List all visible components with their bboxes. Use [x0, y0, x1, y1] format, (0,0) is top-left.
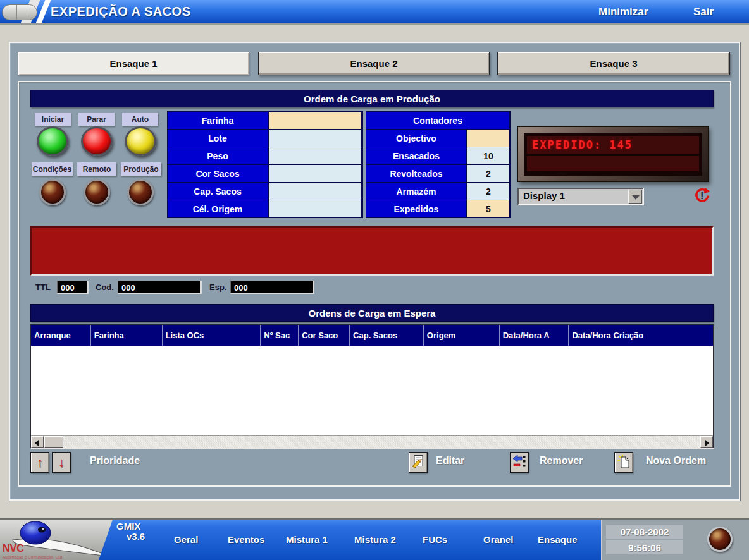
- up-arrow-icon: ↑: [37, 456, 44, 469]
- cel-origem-field[interactable]: [269, 200, 361, 217]
- nav-mistura-2[interactable]: Mistura 2: [354, 534, 396, 545]
- scroll-right-button[interactable]: [700, 436, 713, 448]
- start-button[interactable]: [37, 126, 68, 156]
- minimize-button[interactable]: Minimizar: [598, 6, 648, 18]
- tab-ensaque-1[interactable]: Ensaque 1: [18, 52, 249, 75]
- waiting-orders-table[interactable]: Arranque Farinha Lista OCs Nº Sac Cor Sa…: [30, 324, 714, 448]
- svg-text:!: !: [700, 190, 703, 201]
- conditions-lamp: [39, 179, 66, 205]
- ttl-label: TTL: [35, 283, 51, 292]
- armazem-value: 2: [467, 183, 509, 200]
- col-data-hora-criacao[interactable]: Data/Hora Criação: [569, 325, 713, 346]
- counters-title: Contadores: [366, 112, 509, 129]
- cap-sacos-field[interactable]: [269, 183, 361, 200]
- col-lista-ocs[interactable]: Lista OCs: [163, 325, 261, 346]
- cod-field[interactable]: 000: [118, 281, 202, 294]
- horizontal-scrollbar[interactable]: [31, 435, 713, 448]
- lote-field[interactable]: [269, 130, 361, 147]
- tab-label: Ensaque 3: [590, 58, 637, 69]
- tab-ensaque-3[interactable]: Ensaque 3: [497, 52, 730, 75]
- auto-button[interactable]: [125, 126, 156, 156]
- counter-label: Objectivo: [366, 130, 466, 147]
- nvc-swoosh-logo: [0, 520, 118, 560]
- field-label: Farinha: [168, 112, 268, 129]
- scroll-left-button[interactable]: [31, 436, 44, 448]
- alarm-message-area: [30, 226, 714, 276]
- col-data-hora-arranque[interactable]: Data/Hora A: [500, 325, 569, 346]
- new-order-label: Nova Ordem: [646, 455, 706, 466]
- display-select[interactable]: Display 1: [517, 188, 644, 205]
- remove-button[interactable]: [510, 452, 529, 473]
- production-lamp: [127, 179, 154, 205]
- led-line-2: [527, 156, 699, 171]
- counter-row: Armazém 2: [366, 183, 511, 200]
- remove-icon: [512, 454, 526, 471]
- bottom-nav-bar: NVC Automação e Comunicação, Lda GMIX v3…: [0, 518, 749, 560]
- field-label: Cap. Sacos: [168, 183, 268, 200]
- counter-row: Revolteados 2: [366, 165, 511, 182]
- nav-ensaque[interactable]: Ensaque: [538, 534, 578, 545]
- form-row: Farinha: [168, 112, 362, 129]
- nav-eventos[interactable]: Eventos: [228, 534, 264, 545]
- app-version: v3.6: [116, 532, 145, 542]
- nav-geral[interactable]: Geral: [174, 534, 198, 545]
- refresh-alert-icon[interactable]: !: [693, 186, 711, 204]
- system-menu-icon[interactable]: [2, 4, 37, 20]
- col-n-sacos[interactable]: Nº Sac: [261, 325, 299, 346]
- counter-label: Revolteados: [366, 165, 466, 182]
- stop-button[interactable]: [81, 126, 113, 156]
- col-cor-sacos[interactable]: Cor Saco: [299, 325, 350, 346]
- footer-logo-area: NVC Automação e Comunicação, Lda: [0, 520, 120, 560]
- counters-header-row: Contadores: [366, 112, 511, 129]
- priority-down-button[interactable]: ↓: [52, 452, 71, 473]
- form-row: Peso: [168, 147, 362, 164]
- revolteados-value: 2: [467, 165, 509, 182]
- field-label: Cor Sacos: [168, 165, 268, 182]
- waiting-orders-section-header: Ordens de Carga em Espera: [30, 304, 714, 322]
- col-farinha[interactable]: Farinha: [91, 325, 163, 346]
- form-row: Cél. Origem: [168, 200, 362, 217]
- priority-up-button[interactable]: ↑: [30, 452, 49, 473]
- col-arranque[interactable]: Arranque: [31, 325, 91, 346]
- tab-ensaque-2[interactable]: Ensaque 2: [258, 52, 490, 75]
- ttl-field[interactable]: 000: [57, 281, 89, 294]
- production-form: Farinha Lote Peso Cor Sacos Cap. Sacos C…: [167, 111, 363, 218]
- peso-field[interactable]: [269, 147, 361, 164]
- nav-granel[interactable]: Granel: [483, 534, 514, 545]
- nvc-logo-text: NVC: [3, 545, 24, 552]
- edit-label: Editar: [436, 455, 464, 466]
- counter-label: Armazém: [366, 183, 466, 200]
- production-label: Produção: [121, 162, 161, 176]
- expedidos-value: 5: [467, 200, 509, 217]
- scrollbar-thumb[interactable]: [44, 436, 63, 448]
- scroll-right-icon: [705, 440, 709, 446]
- remote-label: Remoto: [77, 162, 116, 176]
- led-screen: EXPEDIDO: 145: [524, 133, 702, 176]
- cor-sacos-field[interactable]: [269, 165, 361, 182]
- table-body[interactable]: [31, 346, 713, 435]
- counter-row: Ensacados 10: [366, 147, 511, 164]
- new-order-button[interactable]: [614, 452, 633, 473]
- esp-field[interactable]: 000: [230, 281, 314, 294]
- led-text: EXPEDIDO: 145: [527, 136, 699, 154]
- date-display: 07-08-2002: [606, 525, 683, 539]
- cod-label: Cod.: [96, 283, 114, 292]
- edit-button[interactable]: [409, 452, 428, 473]
- start-label: Iniciar: [35, 113, 71, 126]
- display-select-dropdown-button[interactable]: [628, 190, 642, 204]
- edit-icon: [411, 454, 425, 471]
- led-display: EXPEDIDO: 145: [517, 126, 709, 182]
- conditions-label: Condições: [32, 162, 73, 176]
- col-origem[interactable]: Origem: [424, 325, 500, 346]
- objectivo-value[interactable]: [467, 130, 509, 147]
- nav-fucs[interactable]: FUCs: [423, 534, 447, 545]
- ensacados-value: 10: [467, 147, 509, 164]
- exit-button[interactable]: Sair: [693, 6, 714, 18]
- nav-mistura-1[interactable]: Mistura 1: [286, 534, 328, 545]
- footer-status-area: 07-08-2002 9:56:06: [601, 520, 749, 560]
- remote-lamp: [84, 179, 110, 205]
- farinha-field[interactable]: [269, 112, 361, 129]
- esp-label: Esp.: [209, 283, 226, 292]
- col-cap-sacos[interactable]: Cap. Sacos: [350, 325, 424, 346]
- tab-label: Ensaque 2: [350, 58, 397, 69]
